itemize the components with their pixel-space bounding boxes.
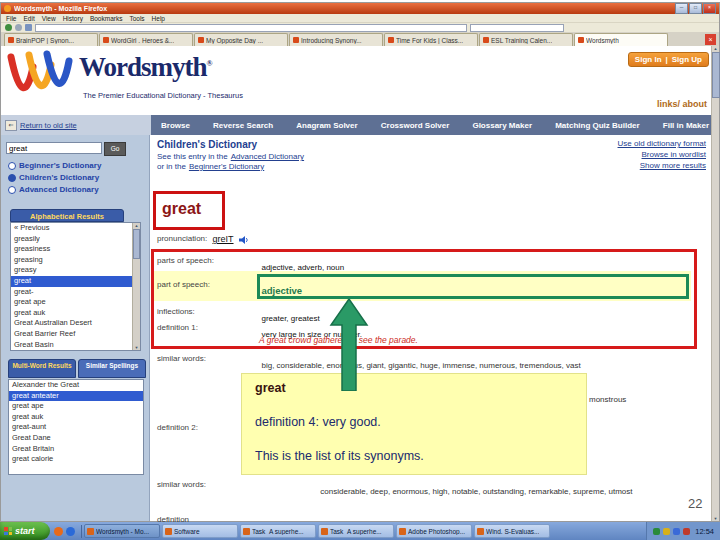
result-list-item[interactable]: Great Australian Desert (11, 318, 133, 329)
result-list-item[interactable]: Great Britain (9, 444, 143, 455)
wordsmyth-logo (5, 49, 77, 101)
browser-tab[interactable]: WordGirl . Heroes &... (99, 33, 193, 46)
result-list-item[interactable]: greasiness (11, 244, 133, 255)
tray-icon[interactable] (663, 528, 670, 535)
scroll-down-icon[interactable]: ▼ (135, 345, 139, 350)
tab-similar-spellings[interactable]: Similar Spellings (78, 359, 146, 378)
nav-item[interactable]: Browse (161, 121, 190, 130)
scroll-thumb[interactable] (712, 52, 720, 98)
minimize-button[interactable]: ─ (675, 3, 688, 14)
result-list-item[interactable]: great auk (11, 308, 133, 319)
browser-tab[interactable]: My Opposite Day ... (194, 33, 288, 46)
task-button[interactable]: Wind. S-Evaluas... (474, 524, 550, 538)
result-list-item[interactable]: Alexander the Great (9, 380, 143, 391)
result-tabs: Multi-Word Results Similar Spellings (8, 359, 146, 378)
task-button[interactable]: Adobe Photoshop... (396, 524, 472, 538)
advanced-dictionary-link[interactable]: Advanced Dictionary (231, 152, 304, 161)
task-button[interactable]: Task_A superhe... (240, 524, 316, 538)
browser-tab[interactable]: Introducing Synony... (289, 33, 383, 46)
task-button[interactable]: Software (162, 524, 238, 538)
result-list-item[interactable]: great (11, 276, 133, 287)
result-list-item[interactable]: Great Basin (11, 340, 133, 350)
menu-item[interactable]: View (42, 15, 56, 22)
tray-icon[interactable] (653, 528, 660, 535)
result-list-item[interactable]: greasing (11, 255, 133, 266)
taskbar-clock[interactable]: 12:54 (695, 527, 714, 536)
return-old-site-link[interactable]: Return to old site (20, 121, 77, 130)
result-list-item[interactable]: great calorie (9, 454, 143, 465)
browser-tab[interactable]: Wordsmyth (574, 33, 668, 46)
browser-search-box[interactable] (470, 24, 564, 32)
address-bar[interactable] (35, 24, 467, 32)
go-button[interactable]: Go (104, 142, 126, 156)
result-list-item[interactable]: greasy (11, 265, 133, 276)
firefox-quicklaunch-icon[interactable] (54, 527, 63, 536)
scroll-up-icon[interactable]: ▲ (135, 223, 139, 228)
browser-tab[interactable]: Time For Kids | Class... (384, 33, 478, 46)
result-list-item[interactable]: great anteater (9, 391, 143, 402)
result-list-item[interactable]: great ape (9, 401, 143, 412)
result-list-item[interactable]: greasily (11, 234, 133, 245)
result-list-item[interactable]: great auk (9, 412, 143, 423)
reload-button[interactable] (25, 24, 32, 31)
browser-tab[interactable]: BrainPOP | Synon... (4, 33, 98, 46)
tab-alphabetical-results[interactable]: Alphabetical Results (10, 209, 124, 222)
nav-item[interactable]: Glossary Maker (472, 121, 532, 130)
nav-item[interactable]: Fill in Maker (663, 121, 709, 130)
forward-button[interactable] (15, 24, 22, 31)
maximize-button[interactable]: □ (689, 3, 702, 14)
menu-item[interactable]: Help (152, 15, 165, 22)
tray-icon[interactable] (683, 528, 690, 535)
search-row: Go (6, 142, 126, 156)
result-list-item[interactable]: « Previous (11, 223, 133, 234)
task-button[interactable]: Task_A superhe... (318, 524, 394, 538)
menu-item[interactable]: File (6, 15, 16, 22)
format-link[interactable]: Browse in wordlist (618, 149, 706, 160)
list-scrollbar[interactable]: ▲ ▼ (132, 223, 140, 350)
ie-quicklaunch-icon[interactable] (66, 527, 75, 536)
nav-item[interactable]: Reverse Search (213, 121, 273, 130)
speaker-icon[interactable] (239, 236, 249, 244)
dictionary-option[interactable]: Beginner's Dictionary (8, 161, 101, 170)
nav-item[interactable]: Matching Quiz Builder (555, 121, 639, 130)
scroll-up-icon[interactable]: ▲ (714, 46, 718, 51)
tab-multi-word-results[interactable]: Multi-Word Results (8, 359, 76, 378)
sign-in-button[interactable]: Sign In (635, 55, 662, 64)
page-scrollbar[interactable]: ▲ ▼ (711, 46, 719, 521)
close-tab-button[interactable]: × (705, 34, 716, 45)
nav-item[interactable]: Crossword Solver (381, 121, 449, 130)
tab-favicon (293, 37, 299, 43)
close-button[interactable]: × (703, 3, 716, 14)
format-link[interactable]: Show more results (618, 160, 706, 171)
sign-up-button[interactable]: Sign Up (672, 55, 702, 64)
start-button[interactable]: start (0, 522, 50, 540)
result-list-item[interactable]: Great Barrier Reef (11, 329, 133, 340)
result-list-item[interactable]: great- (11, 287, 133, 298)
beginners-dictionary-link[interactable]: Beginner's Dictionary (189, 162, 264, 171)
format-link[interactable]: Use old dictionary format (618, 138, 706, 149)
window-title: Wordsmyth - Mozilla Firefox (14, 5, 675, 12)
back-button[interactable] (5, 24, 12, 31)
menu-item[interactable]: Edit (23, 15, 34, 22)
browser-tab[interactable]: ESL Training Calen... (479, 33, 573, 46)
result-list-item[interactable]: great-aunt (9, 422, 143, 433)
result-list-item[interactable]: Great Dane (9, 433, 143, 444)
menu-item[interactable]: Bookmarks (90, 15, 123, 22)
menu-item[interactable]: Tools (129, 15, 144, 22)
scroll-thumb[interactable] (133, 229, 140, 259)
menu-item[interactable]: History (63, 15, 83, 22)
tray-icon[interactable] (673, 528, 680, 535)
nav-item[interactable]: Anagram Solver (296, 121, 357, 130)
pronunciation-row: pronunciation: greIT (157, 234, 249, 244)
task-button-icon (165, 528, 172, 535)
links-about-link[interactable]: links/ about (657, 99, 707, 109)
result-list-item[interactable]: great ape (11, 297, 133, 308)
dictionary-option[interactable]: Advanced Dictionary (8, 185, 101, 194)
radio-icon (8, 162, 16, 170)
see-entry-prefix: See this entry in the (157, 152, 228, 161)
task-button[interactable]: Wordsmyth - Mo... (84, 524, 160, 538)
part-of-speech-row: part of speech: adjective (157, 280, 302, 298)
scroll-down-icon[interactable]: ▼ (714, 516, 718, 521)
dictionary-option[interactable]: Children's Dictionary (8, 173, 101, 182)
search-input[interactable] (6, 142, 102, 154)
